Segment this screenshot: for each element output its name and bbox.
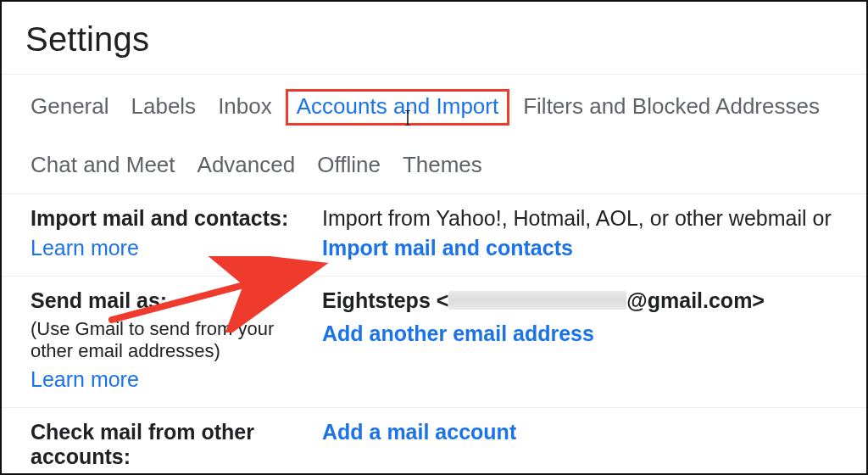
settings-page: Settings General Labels Inbox Accounts a… [0,0,868,475]
import-mail-link[interactable]: Import mail and contacts [322,236,841,260]
section-send-mail-as: Send mail as: (Use Gmail to send from yo… [2,277,866,408]
add-another-email-link[interactable]: Add another email address [322,321,841,346]
section-title: Send mail as: [31,288,314,313]
section-title: Import mail and contacts: [31,206,314,231]
add-mail-account-link[interactable]: Add a mail account [322,420,841,444]
section-check-mail: Check mail from other accounts: Learn mo… [2,408,866,475]
section-import-mail: Import mail and contacts: Learn more Imp… [2,194,866,277]
send-mail-as-identity: Eightsteps <@gmail.com> [322,288,841,313]
learn-more-link[interactable]: Learn more [31,367,314,392]
tab-filters-blocked[interactable]: Filters and Blocked Addresses [523,93,820,121]
identity-suffix: @gmail.com> [626,288,765,312]
tab-advanced[interactable]: Advanced [198,152,296,178]
tab-offline[interactable]: Offline [317,152,381,178]
tabs-bar: General Labels Inbox Accounts and Import… [2,75,866,194]
tab-themes[interactable]: Themes [403,152,482,178]
tab-accounts-and-import[interactable]: Accounts and Import [286,89,509,126]
section-title: Check mail from other accounts: [31,420,314,469]
tab-chat-and-meet[interactable]: Chat and Meet [31,152,175,178]
page-title: Settings [2,2,866,75]
tab-general[interactable]: General [31,93,109,121]
tab-label: Accounts and Import [297,93,498,119]
import-description: Import from Yahoo!, Hotmail, AOL, or oth… [322,206,841,231]
section-note: (Use Gmail to send from your other email… [31,318,314,362]
redacted-email [448,291,626,310]
learn-more-link[interactable]: Learn more [31,236,314,260]
tab-inbox[interactable]: Inbox [218,93,272,121]
tab-labels[interactable]: Labels [131,93,197,121]
identity-prefix: Eightsteps < [322,288,448,312]
